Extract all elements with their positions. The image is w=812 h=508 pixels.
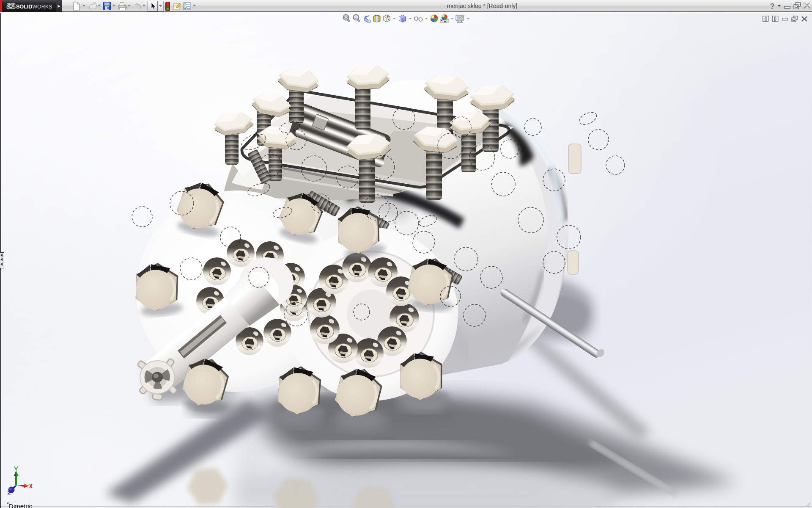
svg-text:!: ! — [356, 16, 357, 19]
svg-text:S: S — [10, 2, 16, 11]
svg-text:SOLIDWORKS: SOLIDWORKS — [16, 4, 52, 10]
svg-text:?: ? — [770, 2, 775, 10]
